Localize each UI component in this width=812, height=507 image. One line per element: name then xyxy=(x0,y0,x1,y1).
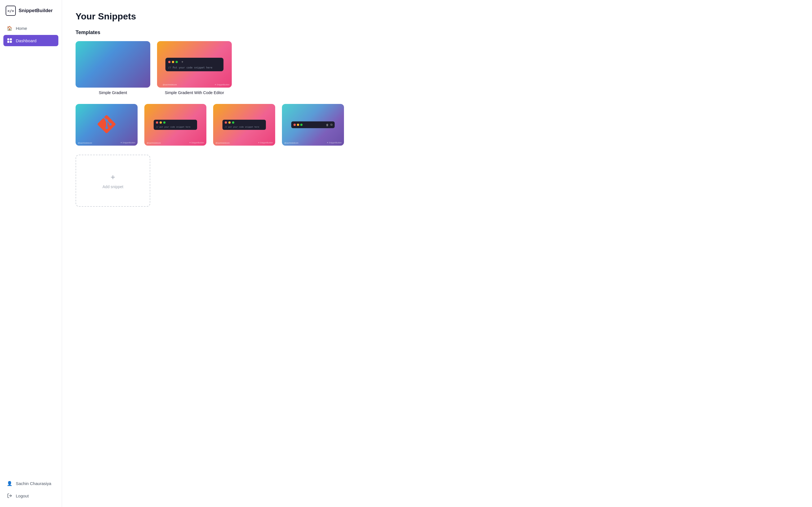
card-footer-git: @sachindotcom ✦ SnippetBuilder xyxy=(78,142,135,144)
svg-rect-0 xyxy=(7,38,9,40)
snippetbuilder-badge-ic: ✦ SnippetBuilder xyxy=(327,142,342,144)
code-editor-small-2: // put your code snippet here xyxy=(222,120,266,130)
templates-row-2: @sachindotcom ✦ SnippetBuilder // put yo… xyxy=(75,104,799,146)
dot-green-ic xyxy=(300,124,303,126)
dot-red-s2 xyxy=(225,121,227,124)
logo-icon: </> xyxy=(6,6,16,16)
user-icon: 👤 xyxy=(7,481,12,486)
user-name: Sachin Chaurasiya xyxy=(16,481,51,486)
logout-label: Logout xyxy=(16,494,29,498)
dot-red-s1 xyxy=(156,121,158,124)
app-logo: </> SnippetBuilder xyxy=(0,6,62,22)
editor-code-small-2: // put your code snippet here xyxy=(225,126,264,128)
add-snippet-label: Add snippet xyxy=(103,184,123,189)
dot-yellow-s1 xyxy=(160,121,162,124)
template-simple-gradient[interactable]: Simple Gradient xyxy=(75,41,150,95)
template-simple-gradient-code[interactable]: + // Put your code snippet here @sachind… xyxy=(157,41,232,95)
template-preview-small-1: // put your code snippet here @sachindot… xyxy=(144,104,206,146)
template-preview-icons: 🗑 ⧉ @sachindotcom ✦ SnippetBuilder xyxy=(282,104,344,146)
dot-green xyxy=(175,61,177,63)
sidebar-item-home[interactable]: 🏠 Home xyxy=(3,22,58,34)
section-title: Templates xyxy=(75,30,799,36)
template-label-simple-gradient: Simple Gradient xyxy=(75,91,150,95)
snippetbuilder-badge-s1: ✦ SnippetBuilder xyxy=(189,142,204,144)
template-small-editor-2[interactable]: // put your code snippet here @sachindot… xyxy=(213,104,275,146)
sidebar-bottom: 👤 Sachin Chaurasiya Logout xyxy=(0,478,62,501)
card-footer-small-1: @sachindotcom ✦ SnippetBuilder xyxy=(147,142,204,144)
dot-green-s1 xyxy=(163,121,165,124)
sidebar-item-dashboard[interactable]: Dashboard xyxy=(3,35,58,46)
template-preview-git: @sachindotcom ✦ SnippetBuilder xyxy=(75,104,138,146)
editor-dots-icons xyxy=(294,124,303,126)
templates-row-3: + Add snippet xyxy=(75,155,799,207)
home-icon: 🏠 xyxy=(7,25,12,31)
svg-rect-2 xyxy=(7,41,9,43)
twitter-handle-1: @sachindotcom xyxy=(159,83,177,86)
snippetbuilder-badge-s2: ✦ SnippetBuilder xyxy=(258,142,273,144)
template-preview-code-editor: + // Put your code snippet here @sachind… xyxy=(157,41,232,88)
sidebar-item-logout[interactable]: Logout xyxy=(3,490,58,501)
dot-yellow-ic xyxy=(297,124,299,126)
code-editor-mini: + // Put your code snippet here xyxy=(165,58,223,71)
editor-code-text: // Put your code snippet here xyxy=(168,66,221,69)
dot-yellow-s2 xyxy=(229,121,231,124)
template-git-logo[interactable]: @sachindotcom ✦ SnippetBuilder xyxy=(75,104,138,146)
template-small-editor-1[interactable]: // put your code snippet here @sachindot… xyxy=(144,104,206,146)
add-snippet-icon: + xyxy=(110,173,115,182)
add-snippet-card[interactable]: + Add snippet xyxy=(75,155,150,207)
dot-green-s2 xyxy=(232,121,234,124)
sidebar: </> SnippetBuilder 🏠 Home Dashboard 👤 Sa… xyxy=(0,0,62,507)
dot-red-ic xyxy=(294,124,296,126)
editor-titlebar-small-2 xyxy=(225,121,264,124)
template-label-code-editor: Simple Gradient With Code Editor xyxy=(157,91,232,95)
twitter-handle-s1: @sachindotcom xyxy=(147,142,161,144)
dot-red xyxy=(168,61,170,63)
card-footer-1: @sachindotcom ✦ SnippetBuilder xyxy=(159,83,230,86)
copy-icon: ⧉ xyxy=(331,123,333,126)
template-preview-simple-gradient xyxy=(75,41,150,88)
app-name: SnippetBuilder xyxy=(18,8,53,13)
svg-rect-1 xyxy=(10,38,12,40)
twitter-handle-s2: @sachindotcom xyxy=(215,142,230,144)
dashboard-icon xyxy=(7,38,12,43)
dot-yellow xyxy=(172,61,174,63)
code-editor-icons: 🗑 ⧉ xyxy=(291,121,335,128)
template-icon-editor[interactable]: 🗑 ⧉ @sachindotcom ✦ SnippetBuilder xyxy=(282,104,344,146)
templates-row-1: Simple Gradient + // Put your code snipp… xyxy=(75,41,799,95)
snippetbuilder-badge-1: ✦ SnippetBuilder xyxy=(214,83,230,86)
editor-titlebar: + xyxy=(168,60,221,64)
editor-code-small-1: // put your code snippet here xyxy=(156,126,195,128)
sidebar-home-label: Home xyxy=(16,26,27,31)
main-content: Your Snippets Templates Simple Gradient … xyxy=(62,0,812,507)
twitter-handle-ic: @sachindotcom xyxy=(284,142,298,144)
card-footer-small-2: @sachindotcom ✦ SnippetBuilder xyxy=(215,142,273,144)
code-editor-small-1: // put your code snippet here xyxy=(154,120,197,130)
card-footer-icons: @sachindotcom ✦ SnippetBuilder xyxy=(284,142,342,144)
editor-titlebar-small-1 xyxy=(156,121,195,124)
twitter-handle-git: @sachindotcom xyxy=(78,142,92,144)
sidebar-dashboard-label: Dashboard xyxy=(16,38,36,43)
sidebar-nav: 🏠 Home Dashboard xyxy=(0,22,62,478)
snippetbuilder-badge-git: ✦ SnippetBuilder xyxy=(120,142,135,144)
editor-plus: + xyxy=(181,60,183,64)
sidebar-item-user[interactable]: 👤 Sachin Chaurasiya xyxy=(3,478,58,489)
page-title: Your Snippets xyxy=(75,11,799,22)
git-logo-icon xyxy=(98,115,116,134)
svg-rect-3 xyxy=(10,41,12,43)
logout-icon xyxy=(7,493,12,499)
trash-icon: 🗑 xyxy=(326,123,329,126)
template-preview-small-2: // put your code snippet here @sachindot… xyxy=(213,104,275,146)
